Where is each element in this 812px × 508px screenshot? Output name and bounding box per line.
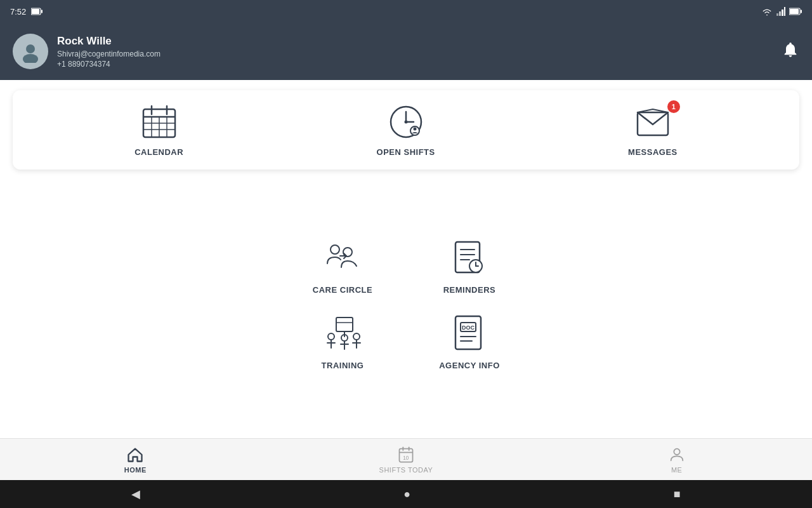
svg-point-11 [23, 54, 38, 63]
messages-item[interactable]: 1 MESSAGES [628, 103, 678, 157]
svg-point-47 [353, 333, 360, 340]
android-nav-bar: ◀ ● ■ [0, 480, 812, 508]
reminders-icon [449, 238, 490, 279]
messages-icon [634, 103, 672, 141]
care-circle-icon [322, 238, 363, 279]
care-circle-label: CARE CIRCLE [313, 285, 372, 295]
svg-rect-1 [41, 10, 43, 13]
home-icon [126, 446, 144, 464]
battery-small-icon [789, 8, 802, 15]
svg-point-29 [343, 248, 352, 257]
open-shifts-label: OPEN SHIFTS [377, 147, 435, 157]
nav-home[interactable]: HOME [0, 446, 271, 474]
user-name: Rock Wille [57, 35, 160, 48]
header: Rock Wille Shivraj@cogentinfomedia.com +… [0, 23, 812, 80]
care-circle-item[interactable]: CARE CIRCLE [304, 238, 381, 295]
status-time: 7:52 [10, 7, 26, 17]
home-button[interactable]: ● [403, 488, 410, 501]
svg-text:DOC: DOC [462, 324, 475, 331]
svg-rect-4 [779, 11, 781, 16]
me-icon [668, 446, 686, 464]
calendar-label: CALENDAR [134, 147, 183, 157]
agency-info-label: AGENCY INFO [439, 361, 500, 370]
user-email: Shivraj@cogentinfomedia.com [57, 50, 160, 58]
svg-point-10 [26, 44, 35, 53]
training-icon [322, 314, 363, 354]
shifts-today-icon: 10 [397, 446, 415, 464]
nav-shifts-today[interactable]: 10 SHIFTS TODAY [271, 446, 542, 474]
svg-rect-2 [32, 9, 39, 14]
reminders-item[interactable]: REMINDERS [431, 238, 508, 295]
grid-row-2: TRAINING DOC AGENCY INFO [304, 314, 508, 370]
wifi-icon [761, 7, 773, 16]
svg-rect-50 [455, 316, 481, 349]
grid-row-1: CARE CIRCLE REMINDERS [304, 238, 508, 295]
calendar-icon [140, 103, 178, 141]
svg-text:10: 10 [403, 455, 409, 461]
nav-me[interactable]: ME [541, 446, 812, 474]
svg-rect-8 [801, 10, 802, 13]
messages-label: MESSAGES [628, 147, 678, 157]
svg-rect-38 [336, 318, 353, 331]
svg-point-41 [328, 333, 334, 340]
agency-info-icon: DOC [449, 314, 490, 354]
training-item[interactable]: TRAINING [304, 314, 381, 370]
nav-shifts-today-label: SHIFTS TODAY [379, 466, 433, 474]
nav-home-label: HOME [124, 466, 147, 474]
open-shifts-item[interactable]: OPEN SHIFTS [377, 103, 435, 157]
back-button[interactable]: ◀ [131, 487, 140, 501]
calendar-item[interactable]: CALENDAR [134, 103, 183, 157]
messages-badge: 1 [667, 100, 680, 113]
status-bar: 7:52 [0, 0, 812, 23]
recent-button[interactable]: ■ [674, 488, 681, 501]
user-phone: +1 8890734374 [57, 60, 160, 69]
bottom-nav: HOME 10 SHIFTS TODAY ME [0, 438, 812, 480]
avatar [13, 34, 48, 69]
svg-rect-9 [790, 9, 799, 14]
svg-rect-3 [776, 13, 778, 16]
signal-icon [776, 7, 785, 16]
training-label: TRAINING [322, 361, 364, 370]
main-content: CARE CIRCLE REMINDERS [0, 170, 812, 438]
reminders-label: REMINDERS [443, 285, 496, 295]
svg-point-60 [674, 448, 679, 454]
svg-point-28 [331, 245, 339, 254]
bell-icon[interactable] [782, 41, 799, 62]
battery-icon [31, 8, 43, 15]
svg-point-26 [413, 128, 416, 131]
svg-rect-5 [782, 10, 783, 16]
svg-rect-6 [784, 7, 785, 16]
feature-card: CALENDAR OPEN SHIFTS 1 MESSAGES [13, 90, 799, 170]
agency-info-item[interactable]: DOC AGENCY INFO [431, 314, 508, 370]
nav-me-label: ME [671, 466, 683, 474]
open-shifts-icon [387, 103, 425, 141]
